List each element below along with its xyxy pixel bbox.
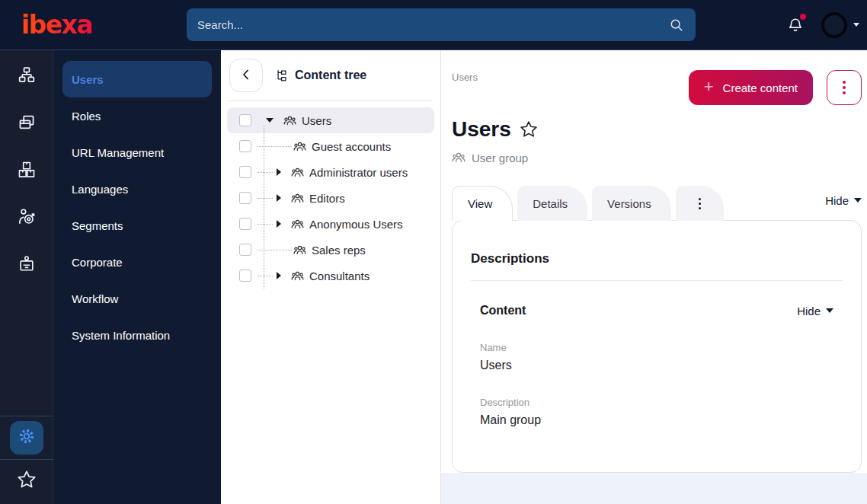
global-search[interactable]	[187, 8, 696, 41]
tree-item-administrator-users[interactable]: Administrator users	[227, 159, 434, 185]
tab-label: Details	[533, 197, 568, 210]
nav-pages[interactable]	[0, 100, 53, 148]
admin-sidebar: Users Roles URL Management Languages Seg…	[53, 50, 221, 504]
user-menu-caret-icon[interactable]	[853, 23, 859, 30]
tree-item-label: Administrator users	[309, 166, 408, 179]
nav-personalization[interactable]	[0, 195, 53, 242]
hide-label: Hide	[825, 194, 849, 207]
sidebar-item-label: Workflow	[72, 292, 118, 305]
tree-item-label: Users	[302, 114, 331, 127]
boxes-icon	[17, 160, 37, 183]
sidebar-item-users[interactable]: Users	[62, 61, 212, 97]
collapse-tree-button[interactable]	[229, 59, 263, 92]
tree-connector	[258, 250, 292, 250]
user-group-icon	[293, 140, 306, 153]
field-value: Main group	[480, 413, 843, 427]
content-tree-icon	[275, 69, 289, 82]
tree-item-editors[interactable]: Editors	[227, 185, 434, 211]
sidebar-item-segments[interactable]: Segments	[62, 207, 212, 244]
tree-item-guest-accounts[interactable]: Guest accounts	[227, 133, 434, 159]
sitemap-icon	[17, 65, 37, 88]
tree-connector	[258, 224, 273, 225]
search-icon[interactable]	[668, 17, 685, 33]
user-group-icon	[291, 270, 304, 282]
caret-collapsed-icon[interactable]	[274, 272, 283, 279]
tab-details[interactable]: Details	[517, 186, 587, 221]
content-type-label: User group	[472, 152, 528, 164]
chevron-left-icon	[237, 65, 255, 86]
sidebar-item-roles[interactable]: Roles	[62, 97, 212, 134]
tab-label: View	[468, 197, 492, 210]
page-options-kebab[interactable]	[827, 70, 862, 105]
ibexa-logo: ibexa	[21, 12, 187, 37]
sidebar-item-workflow[interactable]: Workflow	[62, 280, 212, 317]
tree-checkbox[interactable]	[239, 270, 251, 282]
search-input[interactable]	[197, 18, 668, 31]
tree-item-label: Anonymous Users	[309, 218, 403, 231]
plus-icon: +	[704, 77, 714, 97]
top-bar: ibexa	[0, 0, 867, 50]
nav-bookmarks[interactable]	[16, 460, 37, 504]
cards-icon	[17, 113, 37, 136]
tree-checkbox[interactable]	[239, 166, 251, 178]
tab-view[interactable]: View	[452, 186, 513, 221]
tree-checkbox[interactable]	[239, 218, 251, 230]
caret-collapsed-icon[interactable]	[274, 194, 283, 202]
nav-admin-badge[interactable]	[0, 242, 53, 289]
tree-item-label: Guest accounts	[312, 140, 391, 153]
tree-item-users[interactable]: Users	[227, 107, 434, 133]
divider	[471, 280, 843, 281]
field-value: Users	[480, 359, 843, 372]
nav-content-structure[interactable]	[0, 53, 53, 100]
user-group-icon	[291, 218, 304, 231]
nav-settings-active[interactable]	[10, 421, 43, 455]
hide-tabs-control[interactable]: Hide	[825, 194, 862, 207]
create-content-label: Create content	[723, 81, 798, 94]
field-description: Description Main group	[471, 397, 843, 427]
caret-collapsed-icon[interactable]	[274, 168, 283, 176]
bookmark-star-icon[interactable]	[519, 120, 539, 139]
gear-icon	[17, 426, 37, 449]
user-avatar[interactable]	[821, 12, 847, 38]
tree-connector	[258, 172, 273, 173]
nav-product-catalog[interactable]	[0, 148, 53, 195]
descriptions-heading: Descriptions	[471, 251, 843, 266]
tree-checkbox[interactable]	[239, 192, 251, 204]
sidebar-item-label: Segments	[72, 219, 123, 232]
tree-item-label: Editors	[309, 192, 345, 205]
sidebar-item-label: URL Management	[72, 146, 164, 159]
sidebar-item-label: Roles	[72, 110, 101, 123]
caret-down-icon	[826, 308, 833, 317]
tree-item-label: Sales reps	[312, 244, 366, 257]
target-person-icon	[17, 207, 37, 230]
tree-connector-line	[264, 126, 264, 289]
notifications-button[interactable]	[786, 16, 805, 34]
breadcrumb[interactable]: Users	[452, 72, 478, 83]
tree-checkbox[interactable]	[239, 244, 251, 256]
tree-checkbox[interactable]	[239, 140, 251, 152]
hide-label: Hide	[797, 305, 821, 317]
sidebar-item-system-information[interactable]: System Information	[62, 317, 212, 353]
tree-options-kebab[interactable]	[421, 71, 430, 80]
sidebar-item-url-management[interactable]: URL Management	[62, 134, 212, 171]
footer-strip	[441, 473, 867, 504]
hide-section-control[interactable]: Hide	[797, 305, 833, 317]
tree-item-anonymous-users[interactable]: Anonymous Users	[227, 211, 434, 237]
sidebar-item-label: Languages	[72, 183, 128, 196]
caret-down-icon	[854, 198, 862, 206]
sidebar-item-corporate[interactable]: Corporate	[62, 244, 212, 280]
sidebar-item-label: Corporate	[72, 256, 123, 269]
tree-checkbox[interactable]	[239, 114, 251, 126]
caret-expanded-icon[interactable]	[265, 114, 274, 126]
tree-item-consultants[interactable]: Consultants	[227, 263, 434, 289]
star-icon	[16, 480, 37, 493]
main-content: Users + Create content Users User group …	[441, 50, 867, 504]
tab-more-kebab[interactable]	[676, 186, 724, 221]
caret-collapsed-icon[interactable]	[274, 220, 283, 228]
id-badge-icon	[17, 254, 37, 277]
tree-item-sales-reps[interactable]: Sales reps	[227, 237, 434, 263]
notification-badge	[800, 14, 806, 20]
sidebar-item-languages[interactable]: Languages	[62, 171, 212, 207]
create-content-button[interactable]: + Create content	[689, 70, 813, 105]
tab-versions[interactable]: Versions	[592, 186, 671, 221]
